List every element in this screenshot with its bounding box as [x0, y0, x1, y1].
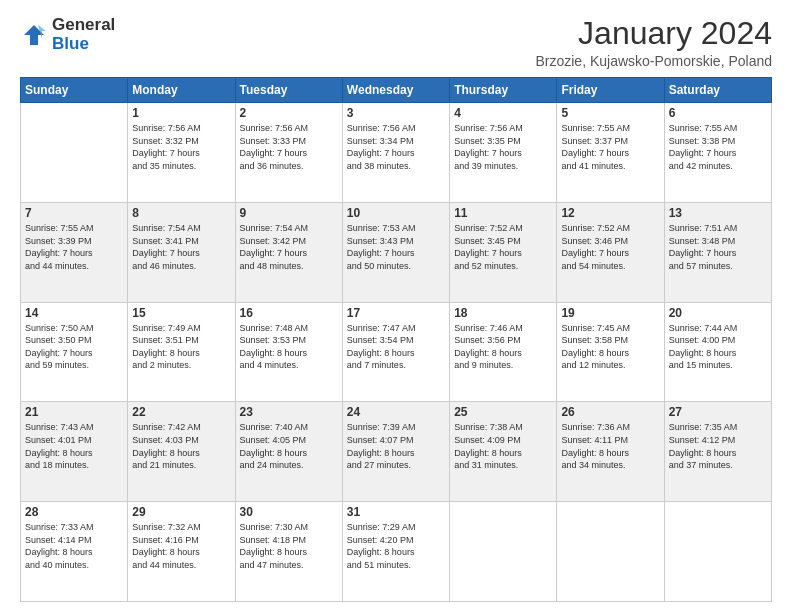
col-tuesday: Tuesday: [235, 78, 342, 103]
day-number: 16: [240, 306, 338, 320]
month-title: January 2024: [535, 16, 772, 51]
title-block: January 2024 Brzozie, Kujawsko-Pomorskie…: [535, 16, 772, 69]
day-info: Sunrise: 7:45 AMSunset: 3:58 PMDaylight:…: [561, 322, 659, 372]
col-thursday: Thursday: [450, 78, 557, 103]
day-info: Sunrise: 7:53 AMSunset: 3:43 PMDaylight:…: [347, 222, 445, 272]
calendar-week-0: 1Sunrise: 7:56 AMSunset: 3:32 PMDaylight…: [21, 103, 772, 203]
day-info: Sunrise: 7:55 AMSunset: 3:37 PMDaylight:…: [561, 122, 659, 172]
table-row: 18Sunrise: 7:46 AMSunset: 3:56 PMDayligh…: [450, 302, 557, 402]
location: Brzozie, Kujawsko-Pomorskie, Poland: [535, 53, 772, 69]
day-info: Sunrise: 7:30 AMSunset: 4:18 PMDaylight:…: [240, 521, 338, 571]
day-info: Sunrise: 7:40 AMSunset: 4:05 PMDaylight:…: [240, 421, 338, 471]
table-row: 8Sunrise: 7:54 AMSunset: 3:41 PMDaylight…: [128, 202, 235, 302]
day-number: 2: [240, 106, 338, 120]
table-row: 30Sunrise: 7:30 AMSunset: 4:18 PMDayligh…: [235, 502, 342, 602]
table-row: 14Sunrise: 7:50 AMSunset: 3:50 PMDayligh…: [21, 302, 128, 402]
day-info: Sunrise: 7:52 AMSunset: 3:46 PMDaylight:…: [561, 222, 659, 272]
day-number: 26: [561, 405, 659, 419]
day-number: 12: [561, 206, 659, 220]
day-number: 14: [25, 306, 123, 320]
table-row: 31Sunrise: 7:29 AMSunset: 4:20 PMDayligh…: [342, 502, 449, 602]
logo-icon: [20, 21, 48, 49]
table-row: [450, 502, 557, 602]
day-number: 7: [25, 206, 123, 220]
logo-general: General: [52, 16, 115, 35]
day-number: 10: [347, 206, 445, 220]
calendar-week-4: 28Sunrise: 7:33 AMSunset: 4:14 PMDayligh…: [21, 502, 772, 602]
day-info: Sunrise: 7:44 AMSunset: 4:00 PMDaylight:…: [669, 322, 767, 372]
col-sunday: Sunday: [21, 78, 128, 103]
table-row: 26Sunrise: 7:36 AMSunset: 4:11 PMDayligh…: [557, 402, 664, 502]
day-info: Sunrise: 7:42 AMSunset: 4:03 PMDaylight:…: [132, 421, 230, 471]
table-row: 24Sunrise: 7:39 AMSunset: 4:07 PMDayligh…: [342, 402, 449, 502]
day-number: 8: [132, 206, 230, 220]
col-friday: Friday: [557, 78, 664, 103]
day-number: 21: [25, 405, 123, 419]
calendar-week-3: 21Sunrise: 7:43 AMSunset: 4:01 PMDayligh…: [21, 402, 772, 502]
table-row: 10Sunrise: 7:53 AMSunset: 3:43 PMDayligh…: [342, 202, 449, 302]
day-info: Sunrise: 7:29 AMSunset: 4:20 PMDaylight:…: [347, 521, 445, 571]
day-number: 4: [454, 106, 552, 120]
day-info: Sunrise: 7:54 AMSunset: 3:42 PMDaylight:…: [240, 222, 338, 272]
day-number: 15: [132, 306, 230, 320]
day-number: 29: [132, 505, 230, 519]
table-row: 19Sunrise: 7:45 AMSunset: 3:58 PMDayligh…: [557, 302, 664, 402]
day-number: 3: [347, 106, 445, 120]
table-row: 3Sunrise: 7:56 AMSunset: 3:34 PMDaylight…: [342, 103, 449, 203]
day-number: 11: [454, 206, 552, 220]
table-row: 21Sunrise: 7:43 AMSunset: 4:01 PMDayligh…: [21, 402, 128, 502]
day-info: Sunrise: 7:55 AMSunset: 3:39 PMDaylight:…: [25, 222, 123, 272]
calendar-week-1: 7Sunrise: 7:55 AMSunset: 3:39 PMDaylight…: [21, 202, 772, 302]
day-info: Sunrise: 7:32 AMSunset: 4:16 PMDaylight:…: [132, 521, 230, 571]
day-info: Sunrise: 7:56 AMSunset: 3:35 PMDaylight:…: [454, 122, 552, 172]
calendar-header-row: Sunday Monday Tuesday Wednesday Thursday…: [21, 78, 772, 103]
day-number: 30: [240, 505, 338, 519]
day-info: Sunrise: 7:52 AMSunset: 3:45 PMDaylight:…: [454, 222, 552, 272]
day-number: 22: [132, 405, 230, 419]
day-number: 20: [669, 306, 767, 320]
table-row: 22Sunrise: 7:42 AMSunset: 4:03 PMDayligh…: [128, 402, 235, 502]
table-row: 1Sunrise: 7:56 AMSunset: 3:32 PMDaylight…: [128, 103, 235, 203]
page: General Blue January 2024 Brzozie, Kujaw…: [0, 0, 792, 612]
table-row: 13Sunrise: 7:51 AMSunset: 3:48 PMDayligh…: [664, 202, 771, 302]
header: General Blue January 2024 Brzozie, Kujaw…: [20, 16, 772, 69]
day-info: Sunrise: 7:46 AMSunset: 3:56 PMDaylight:…: [454, 322, 552, 372]
table-row: 23Sunrise: 7:40 AMSunset: 4:05 PMDayligh…: [235, 402, 342, 502]
day-number: 23: [240, 405, 338, 419]
day-info: Sunrise: 7:56 AMSunset: 3:33 PMDaylight:…: [240, 122, 338, 172]
table-row: 17Sunrise: 7:47 AMSunset: 3:54 PMDayligh…: [342, 302, 449, 402]
day-info: Sunrise: 7:56 AMSunset: 3:34 PMDaylight:…: [347, 122, 445, 172]
table-row: 6Sunrise: 7:55 AMSunset: 3:38 PMDaylight…: [664, 103, 771, 203]
day-number: 19: [561, 306, 659, 320]
day-info: Sunrise: 7:33 AMSunset: 4:14 PMDaylight:…: [25, 521, 123, 571]
day-number: 17: [347, 306, 445, 320]
day-number: 28: [25, 505, 123, 519]
day-info: Sunrise: 7:49 AMSunset: 3:51 PMDaylight:…: [132, 322, 230, 372]
col-monday: Monday: [128, 78, 235, 103]
day-number: 5: [561, 106, 659, 120]
day-number: 25: [454, 405, 552, 419]
day-info: Sunrise: 7:39 AMSunset: 4:07 PMDaylight:…: [347, 421, 445, 471]
table-row: 5Sunrise: 7:55 AMSunset: 3:37 PMDaylight…: [557, 103, 664, 203]
day-info: Sunrise: 7:54 AMSunset: 3:41 PMDaylight:…: [132, 222, 230, 272]
table-row: 25Sunrise: 7:38 AMSunset: 4:09 PMDayligh…: [450, 402, 557, 502]
table-row: 7Sunrise: 7:55 AMSunset: 3:39 PMDaylight…: [21, 202, 128, 302]
logo-blue: Blue: [52, 35, 115, 54]
day-number: 9: [240, 206, 338, 220]
table-row: 12Sunrise: 7:52 AMSunset: 3:46 PMDayligh…: [557, 202, 664, 302]
day-number: 31: [347, 505, 445, 519]
day-info: Sunrise: 7:48 AMSunset: 3:53 PMDaylight:…: [240, 322, 338, 372]
table-row: [557, 502, 664, 602]
day-info: Sunrise: 7:47 AMSunset: 3:54 PMDaylight:…: [347, 322, 445, 372]
day-info: Sunrise: 7:50 AMSunset: 3:50 PMDaylight:…: [25, 322, 123, 372]
table-row: [664, 502, 771, 602]
col-saturday: Saturday: [664, 78, 771, 103]
table-row: 28Sunrise: 7:33 AMSunset: 4:14 PMDayligh…: [21, 502, 128, 602]
day-number: 1: [132, 106, 230, 120]
col-wednesday: Wednesday: [342, 78, 449, 103]
table-row: 20Sunrise: 7:44 AMSunset: 4:00 PMDayligh…: [664, 302, 771, 402]
table-row: 4Sunrise: 7:56 AMSunset: 3:35 PMDaylight…: [450, 103, 557, 203]
day-info: Sunrise: 7:35 AMSunset: 4:12 PMDaylight:…: [669, 421, 767, 471]
calendar-week-2: 14Sunrise: 7:50 AMSunset: 3:50 PMDayligh…: [21, 302, 772, 402]
calendar: Sunday Monday Tuesday Wednesday Thursday…: [20, 77, 772, 602]
